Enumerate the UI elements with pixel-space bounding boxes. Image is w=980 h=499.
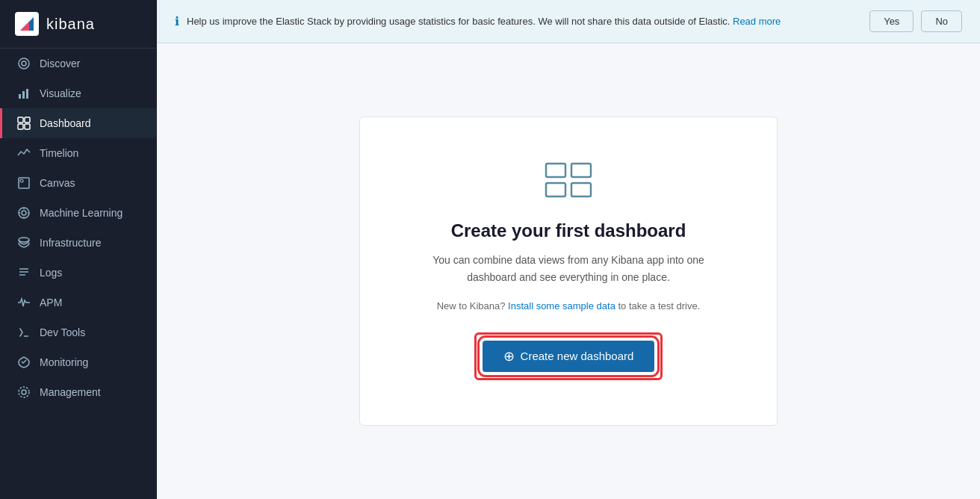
sidebar-item-label-canvas: Canvas — [40, 177, 75, 189]
sidebar-item-discover[interactable]: Discover — [0, 49, 157, 78]
svg-rect-11 — [19, 178, 29, 188]
sidebar-item-label-timelion: Timelion — [40, 147, 78, 159]
timelion-icon — [17, 146, 31, 160]
svg-rect-4 — [19, 94, 21, 99]
svg-point-2 — [19, 58, 29, 69]
kibana-logo-text: kibana — [46, 16, 95, 33]
logo-area: kibana — [0, 0, 157, 49]
machine-learning-icon — [17, 206, 31, 220]
svg-rect-7 — [18, 117, 23, 123]
visualize-icon — [17, 87, 31, 100]
svg-rect-26 — [546, 164, 565, 177]
svg-point-3 — [22, 61, 26, 66]
sidebar-item-label-management: Management — [40, 386, 101, 398]
yes-button[interactable]: Yes — [869, 10, 914, 32]
plus-icon: ⊕ — [503, 350, 515, 363]
svg-rect-8 — [25, 117, 30, 123]
kibana-logo-icon — [15, 12, 39, 36]
card-description: You can combine data views from any Kiba… — [420, 252, 717, 285]
sidebar-item-management[interactable]: Management — [0, 377, 157, 407]
sidebar-item-canvas[interactable]: Canvas — [0, 168, 157, 198]
svg-rect-28 — [546, 183, 565, 196]
svg-rect-9 — [18, 124, 23, 129]
svg-rect-29 — [571, 183, 591, 196]
install-sample-data-link[interactable]: Install some sample data — [508, 300, 615, 312]
dashboard-icon — [545, 162, 592, 205]
svg-point-12 — [20, 179, 23, 182]
content-area: Create your first dashboard You can comb… — [157, 43, 980, 499]
sidebar-item-monitoring[interactable]: Monitoring — [0, 347, 157, 377]
sidebar-item-visualize[interactable]: Visualize — [0, 78, 157, 108]
logs-icon — [17, 266, 31, 279]
sidebar-item-label-infrastructure: Infrastructure — [40, 237, 101, 249]
sidebar-item-dev-tools[interactable]: Dev Tools — [0, 317, 157, 347]
card-sample-text: New to Kibana? Install some sample data … — [437, 300, 701, 312]
main-content: ℹ Help us improve the Elastic Stack by p… — [157, 0, 980, 499]
sidebar-item-label-discover: Discover — [40, 58, 80, 69]
svg-rect-5 — [22, 91, 25, 99]
sidebar-item-label-apm: APM — [40, 297, 62, 309]
svg-point-25 — [19, 387, 29, 397]
dev-tools-icon — [17, 326, 31, 339]
sidebar-item-dashboard[interactable]: Dashboard — [0, 108, 157, 138]
svg-marker-1 — [20, 22, 29, 31]
read-more-link[interactable]: Read more — [733, 16, 781, 27]
sidebar-item-label-dashboard: Dashboard — [40, 117, 91, 129]
banner-buttons: Yes No — [869, 10, 962, 32]
discover-icon — [17, 57, 31, 70]
dashboard-card: Create your first dashboard You can comb… — [359, 117, 778, 426]
card-title: Create your first dashboard — [451, 220, 686, 241]
apm-icon — [17, 296, 31, 309]
banner-text: Help us improve the Elastic Stack by pro… — [187, 16, 862, 27]
sidebar-item-infrastructure[interactable]: Infrastructure — [0, 228, 157, 258]
usage-stats-banner: ℹ Help us improve the Elastic Stack by p… — [157, 0, 980, 43]
sidebar-item-apm[interactable]: APM — [0, 288, 157, 317]
create-dashboard-button[interactable]: ⊕ Create new dashboard — [483, 341, 655, 372]
sidebar-item-label-visualize: Visualize — [40, 87, 81, 99]
sidebar: kibana DiscoverVisualizeDashboardTimelio… — [0, 0, 157, 499]
infrastructure-icon — [17, 236, 31, 250]
sidebar-item-timelion[interactable]: Timelion — [0, 138, 157, 168]
sidebar-item-label-machine-learning: Machine Learning — [40, 207, 122, 219]
sidebar-item-label-monitoring: Monitoring — [40, 356, 88, 368]
svg-rect-10 — [25, 124, 30, 129]
svg-point-19 — [19, 238, 29, 242]
svg-rect-6 — [26, 89, 28, 99]
sidebar-item-label-dev-tools: Dev Tools — [40, 326, 85, 338]
nav-list: DiscoverVisualizeDashboardTimelionCanvas… — [0, 49, 157, 407]
sidebar-item-machine-learning[interactable]: Machine Learning — [0, 198, 157, 228]
dashboard-icon — [17, 117, 31, 130]
sidebar-item-label-logs: Logs — [40, 267, 62, 279]
svg-point-24 — [22, 390, 26, 394]
svg-point-13 — [19, 208, 29, 218]
info-icon: ℹ — [175, 14, 179, 28]
svg-point-14 — [22, 211, 26, 215]
management-icon — [17, 385, 31, 399]
canvas-icon — [17, 176, 31, 190]
no-button[interactable]: No — [921, 10, 962, 32]
sidebar-item-logs[interactable]: Logs — [0, 258, 157, 288]
create-button-highlight: ⊕ Create new dashboard — [474, 332, 663, 380]
monitoring-icon — [17, 356, 31, 369]
svg-rect-27 — [571, 164, 591, 177]
